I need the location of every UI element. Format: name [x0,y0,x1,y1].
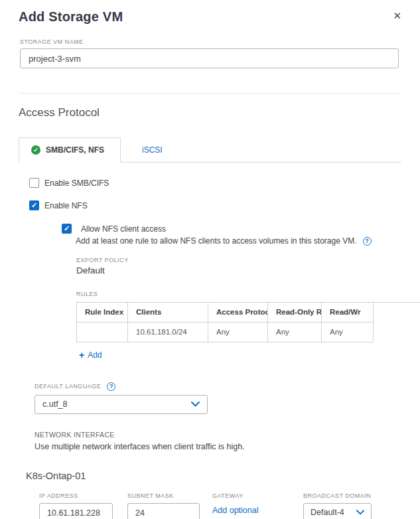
cell-read-write: Any [322,322,374,342]
col-read-only: Read-Only R... [268,303,322,322]
allow-nfs-checkbox[interactable] [62,224,72,234]
col-read-write: Read/Wr [322,303,374,322]
default-language-select[interactable]: c.utf_8 [35,395,208,414]
storage-vm-name-input[interactable] [20,48,399,68]
section-divider [19,93,401,94]
allow-nfs-block: Allow NFS client access Add at least one… [62,224,401,246]
table-row[interactable]: 10.61.181.0/24 Any Any Any [77,322,374,342]
enable-nfs-label: Enable NFS [44,201,88,210]
subnet-mask-label: SUBNET MASK [127,492,212,499]
broadcast-domain-group: BROADCAST DOMAIN Default-4 [303,492,372,519]
ip-address-group: IP ADDRESS [39,492,127,519]
gateway-label: GATEWAY [212,492,303,499]
node-name: K8s-Ontap-01 [26,471,401,481]
export-policy-label: EXPORT POLICY [76,257,401,263]
col-clients: Clients [128,303,208,322]
export-policy-value: Default [76,265,401,275]
cell-rule-index [77,322,128,342]
enable-smb-label: Enable SMB/CIFS [44,179,109,188]
rules-label: RULES [76,291,401,297]
allow-nfs-description: Add at least one rule to allow NFS clien… [76,236,357,246]
page-title: Add Storage VM [19,9,123,25]
add-gateway-link[interactable]: Add optional gateway [212,504,264,519]
default-language-block: DEFAULT LANGUAGE ? c.utf_8 [35,382,401,414]
subnet-mask-field[interactable] [127,503,200,519]
network-interface-description: Use multiple network interfaces when cli… [35,442,401,451]
storage-vm-name-group: STORAGE VM NAME [20,38,401,68]
tab-iscsi[interactable]: iSCSI [130,138,175,162]
tab-label: SMB/CIFS, NFS [46,145,104,155]
broadcast-domain-value: Default-4 [311,508,344,517]
enable-smb-checkbox[interactable] [29,178,39,188]
ip-address-label: IP ADDRESS [39,492,127,499]
network-fields-row: IP ADDRESS SUBNET MASK GATEWAY Add optio… [39,492,401,519]
help-icon[interactable]: ? [363,237,372,246]
rules-table: Rule Index Clients Access Protocols Read… [76,303,374,342]
col-rule-index: Rule Index [77,303,128,322]
enable-nfs-row: Enable NFS [29,200,401,210]
tab-smb-cifs-nfs[interactable]: ✓ SMB/CIFS, NFS [19,137,121,163]
add-storage-vm-dialog: Add Storage VM ✕ STORAGE VM NAME Access … [0,0,420,519]
close-icon[interactable]: ✕ [393,11,401,21]
allow-nfs-description-row: Add at least one rule to allow NFS clien… [76,236,372,246]
rules-table-header-row: Rule Index Clients Access Protocols Read… [77,303,374,322]
enable-nfs-checkbox[interactable] [29,200,39,210]
network-interface-label: NETWORK INTERFACE [35,431,401,439]
cell-read-only: Any [268,322,322,342]
access-protocol-heading: Access Protocol [19,106,401,119]
network-interface-block: NETWORK INTERFACE Use multiple network i… [35,431,401,451]
allow-nfs-texts: Allow NFS client access Add at least one… [76,224,372,246]
help-icon[interactable]: ? [107,382,115,391]
enable-smb-row: Enable SMB/CIFS [29,178,401,188]
gateway-group: GATEWAY Add optional gateway [212,492,303,519]
cell-access-protocols: Any [208,322,268,342]
export-policy-block: EXPORT POLICY Default RULES [76,257,401,297]
access-protocol-tabs: ✓ SMB/CIFS, NFS iSCSI [19,137,401,163]
dialog-header: Add Storage VM ✕ [19,9,401,25]
default-language-label: DEFAULT LANGUAGE [35,383,101,390]
broadcast-domain-label: BROADCAST DOMAIN [303,492,372,499]
col-access-protocols: Access Protocols [208,303,268,322]
add-rule-button[interactable]: + Add [79,350,102,360]
rules-table-wrap: Rule Index Clients Access Protocols Read… [76,302,420,342]
default-language-value: c.utf_8 [42,400,68,409]
chevron-down-icon [356,510,364,515]
plus-icon: + [79,350,84,360]
storage-vm-name-label: STORAGE VM NAME [20,38,401,45]
add-rule-label: Add [88,350,102,360]
cell-clients: 10.61.181.0/24 [128,322,208,342]
ip-address-field[interactable] [39,503,113,519]
allow-nfs-label: Allow NFS client access [81,224,372,234]
tab-check-icon: ✓ [31,145,40,155]
chevron-down-icon [191,402,200,407]
subnet-mask-group: SUBNET MASK [127,492,212,519]
broadcast-domain-select[interactable]: Default-4 [303,503,372,519]
